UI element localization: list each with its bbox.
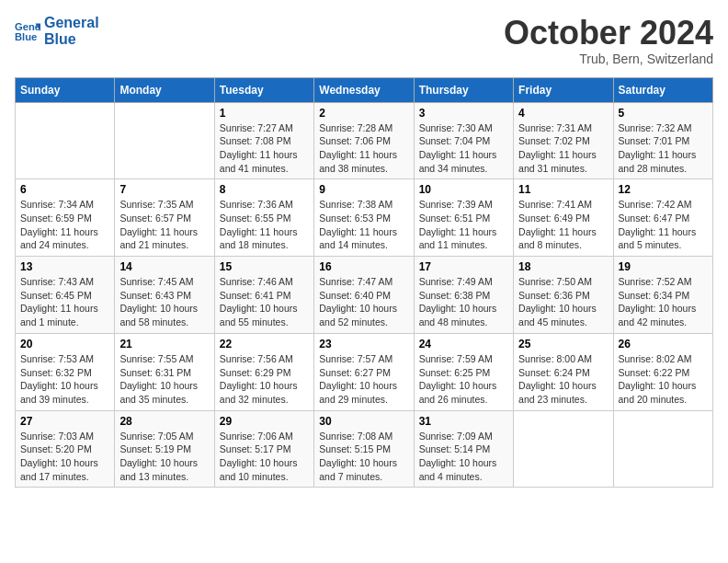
day-number: 6 <box>20 183 109 196</box>
day-number: 26 <box>619 338 708 350</box>
day-info: Sunrise: 7:06 AMSunset: 5:17 PMDaylight:… <box>220 430 309 484</box>
day-info: Sunrise: 7:08 AMSunset: 5:15 PMDaylight:… <box>319 430 408 484</box>
weekday-header: Friday <box>514 77 613 102</box>
weekday-header: Saturday <box>613 77 712 102</box>
day-info: Sunrise: 7:38 AMSunset: 6:53 PMDaylight:… <box>319 198 408 252</box>
calendar-cell: 30Sunrise: 7:08 AMSunset: 5:15 PMDayligh… <box>314 410 414 488</box>
day-info: Sunrise: 7:53 AMSunset: 6:32 PMDaylight:… <box>20 352 109 407</box>
day-info: Sunrise: 7:52 AMSunset: 6:34 PMDaylight:… <box>619 275 708 329</box>
day-info: Sunrise: 7:32 AMSunset: 7:01 PMDaylight:… <box>619 121 708 176</box>
calendar-cell: 3Sunrise: 7:30 AMSunset: 7:04 PMDaylight… <box>414 102 513 179</box>
calendar-week-row: 6Sunrise: 7:34 AMSunset: 6:59 PMDaylight… <box>16 179 713 257</box>
day-info: Sunrise: 7:05 AMSunset: 5:19 PMDaylight:… <box>119 430 209 484</box>
calendar-cell: 11Sunrise: 7:41 AMSunset: 6:49 PMDayligh… <box>514 179 613 257</box>
day-number: 3 <box>419 107 508 120</box>
weekday-header: Thursday <box>414 77 513 102</box>
calendar-table: SundayMondayTuesdayWednesdayThursdayFrid… <box>15 77 713 488</box>
day-number: 16 <box>319 260 408 273</box>
day-number: 19 <box>619 260 708 273</box>
day-number: 18 <box>518 260 608 273</box>
day-info: Sunrise: 7:34 AMSunset: 6:59 PMDaylight:… <box>20 198 109 252</box>
weekday-header: Tuesday <box>214 77 313 102</box>
calendar-cell: 6Sunrise: 7:34 AMSunset: 6:59 PMDaylight… <box>16 179 115 257</box>
calendar-cell: 19Sunrise: 7:52 AMSunset: 6:34 PMDayligh… <box>613 257 712 334</box>
day-number: 21 <box>119 338 209 350</box>
day-number: 17 <box>419 260 508 273</box>
day-number: 28 <box>119 415 209 428</box>
day-number: 7 <box>119 183 209 196</box>
calendar-cell: 15Sunrise: 7:46 AMSunset: 6:41 PMDayligh… <box>214 257 313 334</box>
calendar-cell: 23Sunrise: 7:57 AMSunset: 6:27 PMDayligh… <box>314 333 414 410</box>
day-number: 8 <box>220 183 309 196</box>
day-info: Sunrise: 7:09 AMSunset: 5:14 PMDaylight:… <box>419 430 508 484</box>
calendar-cell: 25Sunrise: 8:00 AMSunset: 6:24 PMDayligh… <box>514 333 613 410</box>
calendar-cell: 26Sunrise: 8:02 AMSunset: 6:22 PMDayligh… <box>613 333 712 410</box>
day-info: Sunrise: 7:59 AMSunset: 6:25 PMDaylight:… <box>419 352 508 407</box>
day-number: 13 <box>20 260 109 273</box>
day-info: Sunrise: 7:31 AMSunset: 7:02 PMDaylight:… <box>518 121 608 176</box>
weekday-header: Wednesday <box>314 77 414 102</box>
day-info: Sunrise: 7:39 AMSunset: 6:51 PMDaylight:… <box>419 198 508 252</box>
svg-text:General: General <box>15 20 40 31</box>
day-info: Sunrise: 7:03 AMSunset: 5:20 PMDaylight:… <box>20 430 109 484</box>
calendar-cell: 8Sunrise: 7:36 AMSunset: 6:55 PMDaylight… <box>214 179 313 257</box>
day-info: Sunrise: 7:42 AMSunset: 6:47 PMDaylight:… <box>619 198 708 252</box>
day-number: 29 <box>220 415 309 428</box>
calendar-cell: 28Sunrise: 7:05 AMSunset: 5:19 PMDayligh… <box>115 410 214 488</box>
day-number: 27 <box>20 415 109 428</box>
month-title: October 2024 <box>504 15 713 52</box>
calendar-week-row: 1Sunrise: 7:27 AMSunset: 7:08 PMDaylight… <box>16 102 713 179</box>
calendar-cell: 20Sunrise: 7:53 AMSunset: 6:32 PMDayligh… <box>16 333 115 410</box>
day-info: Sunrise: 7:50 AMSunset: 6:36 PMDaylight:… <box>518 275 608 329</box>
calendar-week-row: 27Sunrise: 7:03 AMSunset: 5:20 PMDayligh… <box>16 410 713 488</box>
day-info: Sunrise: 7:43 AMSunset: 6:45 PMDaylight:… <box>20 275 109 329</box>
calendar-cell: 4Sunrise: 7:31 AMSunset: 7:02 PMDaylight… <box>514 102 613 179</box>
calendar-cell <box>115 102 214 179</box>
calendar-cell: 13Sunrise: 7:43 AMSunset: 6:45 PMDayligh… <box>16 257 115 334</box>
weekday-header: Sunday <box>16 77 115 102</box>
day-info: Sunrise: 7:45 AMSunset: 6:43 PMDaylight:… <box>119 275 209 329</box>
day-number: 1 <box>220 107 309 120</box>
day-number: 12 <box>619 183 708 196</box>
day-info: Sunrise: 7:55 AMSunset: 6:31 PMDaylight:… <box>119 352 209 407</box>
day-number: 23 <box>319 338 408 350</box>
location: Trub, Bern, Switzerland <box>504 52 713 66</box>
day-number: 15 <box>220 260 309 273</box>
calendar-cell: 2Sunrise: 7:28 AMSunset: 7:06 PMDaylight… <box>314 102 414 179</box>
calendar-cell: 1Sunrise: 7:27 AMSunset: 7:08 PMDaylight… <box>214 102 313 179</box>
calendar-cell: 18Sunrise: 7:50 AMSunset: 6:36 PMDayligh… <box>514 257 613 334</box>
calendar-cell <box>613 410 712 488</box>
calendar-cell: 14Sunrise: 7:45 AMSunset: 6:43 PMDayligh… <box>115 257 214 334</box>
day-info: Sunrise: 7:47 AMSunset: 6:40 PMDaylight:… <box>319 275 408 329</box>
day-info: Sunrise: 7:36 AMSunset: 6:55 PMDaylight:… <box>220 198 309 252</box>
day-info: Sunrise: 7:56 AMSunset: 6:29 PMDaylight:… <box>220 352 309 407</box>
calendar-cell: 22Sunrise: 7:56 AMSunset: 6:29 PMDayligh… <box>214 333 313 410</box>
day-info: Sunrise: 7:30 AMSunset: 7:04 PMDaylight:… <box>419 121 508 176</box>
weekday-header: Monday <box>115 77 214 102</box>
day-info: Sunrise: 7:27 AMSunset: 7:08 PMDaylight:… <box>220 121 309 176</box>
day-info: Sunrise: 7:35 AMSunset: 6:57 PMDaylight:… <box>119 198 209 252</box>
calendar-week-row: 13Sunrise: 7:43 AMSunset: 6:45 PMDayligh… <box>16 257 713 334</box>
day-number: 24 <box>419 338 508 350</box>
calendar-cell: 7Sunrise: 7:35 AMSunset: 6:57 PMDaylight… <box>115 179 214 257</box>
calendar-cell <box>16 102 115 179</box>
calendar-cell: 10Sunrise: 7:39 AMSunset: 6:51 PMDayligh… <box>414 179 513 257</box>
calendar-cell: 17Sunrise: 7:49 AMSunset: 6:38 PMDayligh… <box>414 257 513 334</box>
day-number: 22 <box>220 338 309 350</box>
day-info: Sunrise: 7:57 AMSunset: 6:27 PMDaylight:… <box>319 352 408 407</box>
calendar-cell: 21Sunrise: 7:55 AMSunset: 6:31 PMDayligh… <box>115 333 214 410</box>
day-info: Sunrise: 7:28 AMSunset: 7:06 PMDaylight:… <box>319 121 408 176</box>
day-number: 5 <box>619 107 708 120</box>
day-info: Sunrise: 7:49 AMSunset: 6:38 PMDaylight:… <box>419 275 508 329</box>
weekday-header-row: SundayMondayTuesdayWednesdayThursdayFrid… <box>16 77 713 102</box>
calendar-cell: 12Sunrise: 7:42 AMSunset: 6:47 PMDayligh… <box>613 179 712 257</box>
day-info: Sunrise: 7:46 AMSunset: 6:41 PMDaylight:… <box>220 275 309 329</box>
logo-line2: Blue <box>44 31 99 48</box>
day-number: 4 <box>518 107 608 120</box>
calendar-cell: 27Sunrise: 7:03 AMSunset: 5:20 PMDayligh… <box>16 410 115 488</box>
logo-line1: General <box>44 15 99 31</box>
calendar-cell: 5Sunrise: 7:32 AMSunset: 7:01 PMDaylight… <box>613 102 712 179</box>
calendar-cell: 24Sunrise: 7:59 AMSunset: 6:25 PMDayligh… <box>414 333 513 410</box>
day-number: 20 <box>20 338 109 350</box>
title-block: October 2024 Trub, Bern, Switzerland <box>504 15 713 66</box>
